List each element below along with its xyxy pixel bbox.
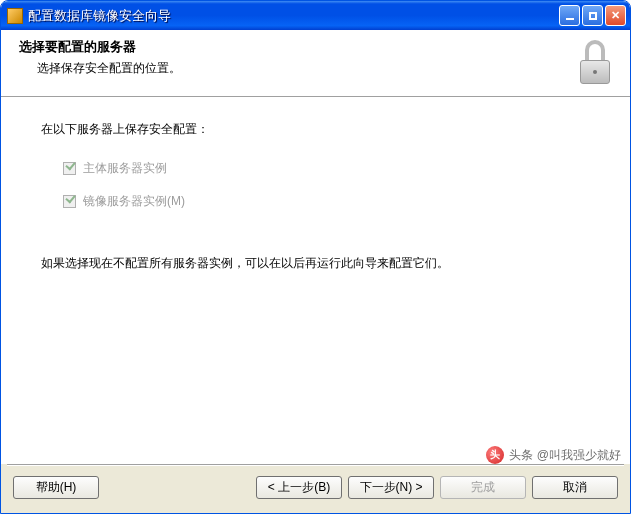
mirror-server-checkbox-row: 镜像服务器实例(M) <box>63 193 590 210</box>
header-title: 选择要配置的服务器 <box>19 38 574 56</box>
close-icon: ✕ <box>611 9 620 22</box>
mirror-server-label: 镜像服务器实例(M) <box>83 193 185 210</box>
window-title: 配置数据库镜像安全向导 <box>28 7 559 25</box>
next-button[interactable]: 下一步(N) > <box>348 476 434 499</box>
wizard-content: 在以下服务器上保存安全配置： 主体服务器实例 镜像服务器实例(M) 如果选择现在… <box>1 97 630 464</box>
mirror-server-checkbox <box>63 195 76 208</box>
principal-server-checkbox <box>63 162 76 175</box>
instruction-text: 在以下服务器上保存安全配置： <box>41 121 590 138</box>
wizard-header: 选择要配置的服务器 选择保存安全配置的位置。 <box>1 30 630 97</box>
header-subtitle: 选择保存安全配置的位置。 <box>37 60 574 77</box>
maximize-icon <box>589 12 597 20</box>
help-button[interactable]: 帮助(H) <box>13 476 99 499</box>
window-controls: ✕ <box>559 5 626 26</box>
back-button[interactable]: < 上一步(B) <box>256 476 342 499</box>
principal-server-label: 主体服务器实例 <box>83 160 167 177</box>
cancel-button[interactable]: 取消 <box>532 476 618 499</box>
lock-icon <box>574 38 618 86</box>
close-button[interactable]: ✕ <box>605 5 626 26</box>
watermark-logo-icon: 头 <box>486 446 504 464</box>
principal-server-checkbox-row: 主体服务器实例 <box>63 160 590 177</box>
watermark: 头 头条 @叫我强少就好 <box>486 446 621 464</box>
app-icon <box>7 8 23 24</box>
note-text: 如果选择现在不配置所有服务器实例，可以在以后再运行此向导来配置它们。 <box>41 254 590 273</box>
maximize-button[interactable] <box>582 5 603 26</box>
header-text: 选择要配置的服务器 选择保存安全配置的位置。 <box>19 38 574 86</box>
finish-button: 完成 <box>440 476 526 499</box>
minimize-button[interactable] <box>559 5 580 26</box>
title-bar[interactable]: 配置数据库镜像安全向导 ✕ <box>1 1 630 30</box>
wizard-window: 配置数据库镜像安全向导 ✕ 选择要配置的服务器 选择保存安全配置的位置。 在以下… <box>0 0 631 514</box>
minimize-icon <box>566 18 574 20</box>
wizard-footer: 帮助(H) < 上一步(B) 下一步(N) > 完成 取消 <box>1 466 630 513</box>
watermark-text: 头条 @叫我强少就好 <box>509 447 621 464</box>
